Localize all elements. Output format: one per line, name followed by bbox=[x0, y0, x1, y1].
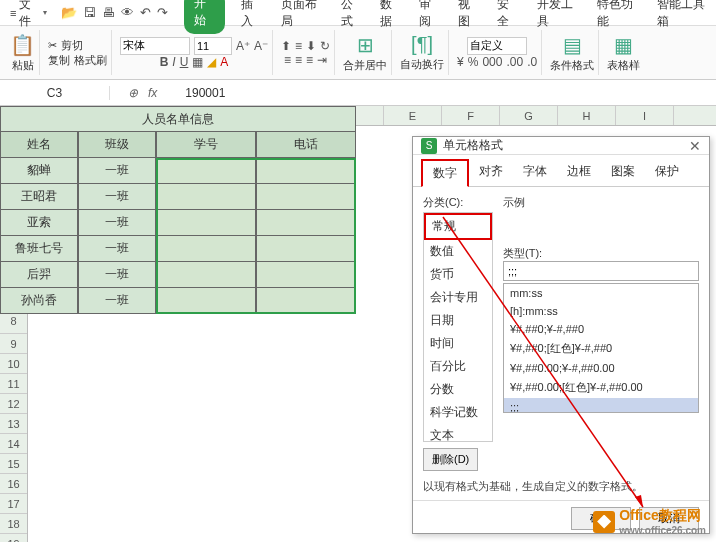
category-list[interactable]: 常规 数值 货币 会计专用 日期 时间 百分比 分数 科学记数 文本 特殊 自定… bbox=[423, 212, 493, 442]
delete-button[interactable]: 删除(D) bbox=[423, 448, 478, 471]
italic-icon[interactable]: I bbox=[172, 55, 175, 69]
col-header[interactable]: H bbox=[558, 106, 616, 125]
copy-button[interactable]: 复制 bbox=[48, 53, 70, 68]
tab-review[interactable]: 审阅 bbox=[417, 0, 442, 34]
undo-icon[interactable]: ↶ bbox=[140, 5, 151, 20]
tab-formula[interactable]: 公式 bbox=[339, 0, 364, 34]
file-menu[interactable]: ≡ 文件 ▾ bbox=[4, 0, 53, 32]
fill-color-icon[interactable]: ◢ bbox=[207, 55, 216, 69]
cut-button[interactable]: ✂剪切 bbox=[48, 38, 83, 53]
function-icon[interactable]: ⊕ bbox=[128, 86, 138, 100]
table-cell[interactable] bbox=[156, 158, 256, 184]
tab-layout[interactable]: 页面布局 bbox=[279, 0, 325, 34]
dialog-tab-pattern[interactable]: 图案 bbox=[601, 159, 645, 186]
category-item[interactable]: 科学记数 bbox=[424, 401, 492, 424]
decrease-font-icon[interactable]: A⁻ bbox=[254, 39, 268, 53]
save-icon[interactable]: 🖫 bbox=[83, 5, 96, 20]
inc-decimal-icon[interactable]: .00 bbox=[506, 55, 523, 69]
align-right-icon[interactable]: ≡ bbox=[306, 53, 313, 67]
category-item[interactable]: 百分比 bbox=[424, 355, 492, 378]
table-cell[interactable] bbox=[156, 262, 256, 288]
table-cell[interactable] bbox=[256, 184, 356, 210]
dialog-tab-protect[interactable]: 保护 bbox=[645, 159, 689, 186]
border-icon[interactable]: ▦ bbox=[192, 55, 203, 69]
comma-icon[interactable]: 000 bbox=[482, 55, 502, 69]
table-cell[interactable]: 一班 bbox=[78, 236, 156, 262]
tab-view[interactable]: 视图 bbox=[456, 0, 481, 34]
indent-icon[interactable]: ⇥ bbox=[317, 53, 327, 67]
col-header[interactable]: I bbox=[616, 106, 674, 125]
type-item[interactable]: ¥#,##0.00;¥-#,##0.00 bbox=[504, 359, 698, 377]
table-cell[interactable] bbox=[156, 288, 256, 314]
table-header[interactable]: 电话 bbox=[256, 132, 356, 158]
table-header[interactable]: 学号 bbox=[156, 132, 256, 158]
close-icon[interactable]: ✕ bbox=[689, 138, 701, 154]
category-item[interactable]: 货币 bbox=[424, 263, 492, 286]
redo-icon[interactable]: ↷ bbox=[157, 5, 168, 20]
table-cell[interactable]: 一班 bbox=[78, 210, 156, 236]
row-header[interactable]: 17 bbox=[0, 494, 27, 514]
underline-icon[interactable]: U bbox=[180, 55, 189, 69]
category-item[interactable]: 日期 bbox=[424, 309, 492, 332]
type-item[interactable]: ¥#,##0.00;[红色]¥-#,##0.00 bbox=[504, 377, 698, 398]
row-header[interactable]: 10 bbox=[0, 354, 27, 374]
dialog-tab-number[interactable]: 数字 bbox=[421, 159, 469, 187]
category-item[interactable]: 会计专用 bbox=[424, 286, 492, 309]
orientation-icon[interactable]: ↻ bbox=[320, 39, 330, 53]
tab-insert[interactable]: 插入 bbox=[239, 0, 264, 34]
tab-smart[interactable]: 智能工具箱 bbox=[655, 0, 712, 34]
type-item[interactable]: ¥#,##0;¥-#,##0 bbox=[504, 320, 698, 338]
row-header[interactable]: 15 bbox=[0, 454, 27, 474]
tab-security[interactable]: 安全 bbox=[495, 0, 520, 34]
type-item[interactable]: [h]:mm:ss bbox=[504, 302, 698, 320]
font-size-select[interactable] bbox=[194, 37, 232, 55]
table-cell[interactable] bbox=[156, 236, 256, 262]
formula-input[interactable]: 190001 bbox=[175, 86, 716, 100]
cond-format-button[interactable]: ▤ 条件格式 bbox=[550, 33, 594, 73]
row-header[interactable]: 13 bbox=[0, 414, 27, 434]
table-header[interactable]: 姓名 bbox=[28, 132, 78, 158]
type-list[interactable]: mm:ss [h]:mm:ss ¥#,##0;¥-#,##0 ¥#,##0;[红… bbox=[503, 283, 699, 413]
name-box[interactable]: C3 bbox=[0, 86, 110, 100]
table-cell[interactable]: 亚索 bbox=[28, 210, 78, 236]
dialog-tab-align[interactable]: 对齐 bbox=[469, 159, 513, 186]
open-icon[interactable]: 📂 bbox=[61, 5, 77, 20]
table-cell[interactable]: 一班 bbox=[78, 158, 156, 184]
align-center-icon[interactable]: ≡ bbox=[295, 53, 302, 67]
currency-icon[interactable]: ¥ bbox=[457, 55, 464, 69]
row-header[interactable]: 19 bbox=[0, 534, 27, 542]
font-color-icon[interactable]: A bbox=[220, 55, 228, 69]
col-header[interactable]: F bbox=[442, 106, 500, 125]
table-cell[interactable]: 一班 bbox=[78, 262, 156, 288]
col-header[interactable]: G bbox=[500, 106, 558, 125]
row-header[interactable]: 12 bbox=[0, 394, 27, 414]
category-item[interactable]: 常规 bbox=[424, 213, 492, 240]
table-cell[interactable]: 鲁班七号 bbox=[28, 236, 78, 262]
tab-dev[interactable]: 开发工具 bbox=[535, 0, 581, 34]
table-cell[interactable]: 貂蝉 bbox=[28, 158, 78, 184]
align-mid-icon[interactable]: ≡ bbox=[295, 39, 302, 53]
fx-icon[interactable]: fx bbox=[148, 86, 157, 100]
number-format-select[interactable] bbox=[467, 37, 527, 55]
print-icon[interactable]: 🖶 bbox=[102, 5, 115, 20]
type-input[interactable] bbox=[503, 261, 699, 281]
preview-icon[interactable]: 👁 bbox=[121, 5, 134, 20]
table-cell[interactable] bbox=[156, 210, 256, 236]
align-bot-icon[interactable]: ⬇ bbox=[306, 39, 316, 53]
font-name-select[interactable] bbox=[120, 37, 190, 55]
type-item[interactable]: ¥#,##0;[红色]¥-#,##0 bbox=[504, 338, 698, 359]
bold-icon[interactable]: B bbox=[160, 55, 169, 69]
table-cell[interactable]: 一班 bbox=[78, 288, 156, 314]
row-header[interactable]: 14 bbox=[0, 434, 27, 454]
table-title[interactable]: 人员名单信息 bbox=[28, 106, 356, 132]
category-item[interactable]: 文本 bbox=[424, 424, 492, 442]
category-item[interactable]: 时间 bbox=[424, 332, 492, 355]
row-header[interactable]: 11 bbox=[0, 374, 27, 394]
increase-font-icon[interactable]: A⁺ bbox=[236, 39, 250, 53]
align-left-icon[interactable]: ≡ bbox=[284, 53, 291, 67]
category-item[interactable]: 分数 bbox=[424, 378, 492, 401]
type-item[interactable]: ;;; bbox=[504, 398, 698, 413]
format-painter-button[interactable]: 格式刷 bbox=[74, 53, 107, 68]
table-cell[interactable] bbox=[256, 236, 356, 262]
table-cell[interactable] bbox=[156, 184, 256, 210]
